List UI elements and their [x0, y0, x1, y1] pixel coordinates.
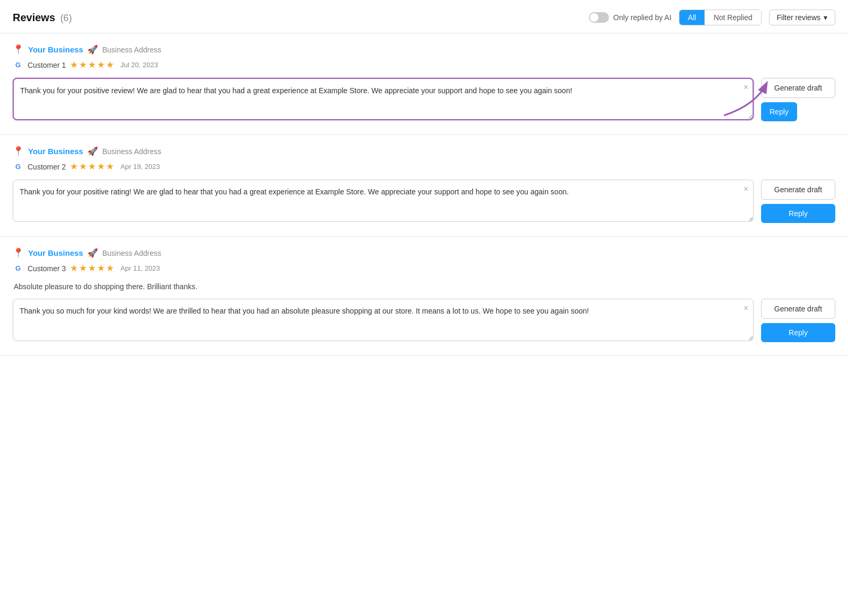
- chevron-down-icon: ▾: [824, 13, 827, 22]
- reply-textarea-2[interactable]: Thank you for your positive rating! We a…: [13, 180, 754, 222]
- review-count: (6): [60, 13, 72, 23]
- reply-area-1: Thank you for your positive review! We a…: [13, 78, 835, 122]
- pin-icon-3: 📍: [13, 247, 24, 258]
- business-address-1: Business Address: [102, 46, 161, 54]
- review-section-1: 📍 Your Business 🚀 Business Address G Cus…: [0, 33, 848, 135]
- ai-toggle-row: Only replied by AI: [589, 12, 672, 23]
- customer-name-2: Customer 2: [28, 163, 66, 171]
- filter-reviews-label: Filter reviews: [777, 13, 820, 22]
- review-section-2: 📍 Your Business 🚀 Business Address G Cus…: [0, 135, 848, 237]
- tab-not-replied[interactable]: Not Replied: [705, 10, 761, 25]
- clear-reply-btn-2[interactable]: ×: [744, 185, 748, 193]
- business-name-1: Your Business: [28, 45, 83, 54]
- reply-textarea-wrapper-1: Thank you for your positive review! We a…: [13, 78, 754, 122]
- reply-filter-tabs: All Not Replied: [679, 10, 762, 25]
- generate-draft-btn-1[interactable]: Generate draft: [761, 78, 835, 98]
- reply-textarea-3[interactable]: Thank you so much for your kind words! W…: [13, 299, 754, 341]
- title-text: Reviews: [13, 12, 55, 23]
- rocket-icon-1: 🚀: [87, 44, 98, 55]
- reply-area-2: Thank you for your positive rating! We a…: [13, 180, 835, 224]
- generate-draft-btn-2[interactable]: Generate draft: [761, 180, 835, 200]
- clear-reply-btn-1[interactable]: ×: [744, 83, 748, 92]
- reply-textarea-wrapper-3: Thank you so much for your kind words! W…: [13, 299, 754, 343]
- business-address-2: Business Address: [102, 147, 161, 156]
- header-controls: Only replied by AI All Not Replied Filte…: [589, 10, 835, 25]
- customer-row-2: G Customer 2 ★ ★ ★ ★ ★ Apr 19, 2023: [13, 161, 835, 172]
- reviews-header: Reviews (6) Only replied by AI All Not R…: [0, 0, 848, 33]
- filter-reviews-button[interactable]: Filter reviews ▾: [769, 10, 835, 25]
- clear-reply-btn-3[interactable]: ×: [744, 304, 748, 313]
- reply-buttons-3: Generate draft Reply: [761, 299, 835, 342]
- tab-all[interactable]: All: [679, 10, 705, 25]
- stars-3: ★ ★ ★ ★ ★: [70, 263, 114, 274]
- rocket-icon-2: 🚀: [87, 146, 98, 156]
- reply-btn-1[interactable]: Reply: [761, 102, 797, 121]
- reply-btn-2[interactable]: Reply: [761, 204, 835, 223]
- business-row-1: 📍 Your Business 🚀 Business Address: [13, 44, 835, 55]
- pin-icon-2: 📍: [13, 146, 24, 157]
- rocket-icon-3: 🚀: [87, 248, 98, 258]
- generate-draft-btn-3[interactable]: Generate draft: [761, 299, 835, 319]
- reviews-title: Reviews (6): [13, 12, 72, 24]
- google-icon-3: G: [13, 263, 23, 274]
- pin-icon-1: 📍: [13, 44, 24, 55]
- business-row-2: 📍 Your Business 🚀 Business Address: [13, 146, 835, 157]
- review-section-3: 📍 Your Business 🚀 Business Address G Cus…: [0, 237, 848, 356]
- review-text-3: Absolute pleasure to do shopping there. …: [13, 281, 835, 292]
- customer-row-3: G Customer 3 ★ ★ ★ ★ ★ Apr 11, 2023: [13, 263, 835, 274]
- customer-name-1: Customer 1: [28, 61, 66, 69]
- reply-buttons-2: Generate draft Reply: [761, 180, 835, 223]
- reply-textarea-wrapper-2: Thank you for your positive rating! We a…: [13, 180, 754, 224]
- reply-btn-3[interactable]: Reply: [761, 323, 835, 342]
- business-name-2: Your Business: [28, 147, 83, 156]
- customer-name-3: Customer 3: [28, 264, 66, 273]
- google-icon-2: G: [13, 162, 23, 172]
- review-date-2: Apr 19, 2023: [120, 163, 160, 171]
- ai-reply-toggle[interactable]: [589, 12, 609, 23]
- reply-textarea-1[interactable]: Thank you for your positive review! We a…: [13, 78, 754, 120]
- google-icon-1: G: [13, 60, 23, 70]
- toggle-label: Only replied by AI: [613, 13, 672, 22]
- reply-buttons-1: Generate draft Reply: [761, 78, 835, 121]
- review-date-1: Jul 20, 2023: [120, 61, 158, 69]
- reply-area-3: Thank you so much for your kind words! W…: [13, 299, 835, 343]
- review-date-3: Apr 11, 2023: [120, 264, 160, 272]
- business-address-3: Business Address: [102, 249, 161, 257]
- business-row-3: 📍 Your Business 🚀 Business Address: [13, 247, 835, 258]
- stars-1: ★ ★ ★ ★ ★: [70, 59, 114, 70]
- business-name-3: Your Business: [28, 248, 83, 257]
- customer-row-1: G Customer 1 ★ ★ ★ ★ ★ Jul 20, 2023: [13, 59, 835, 70]
- stars-2: ★ ★ ★ ★ ★: [70, 161, 114, 172]
